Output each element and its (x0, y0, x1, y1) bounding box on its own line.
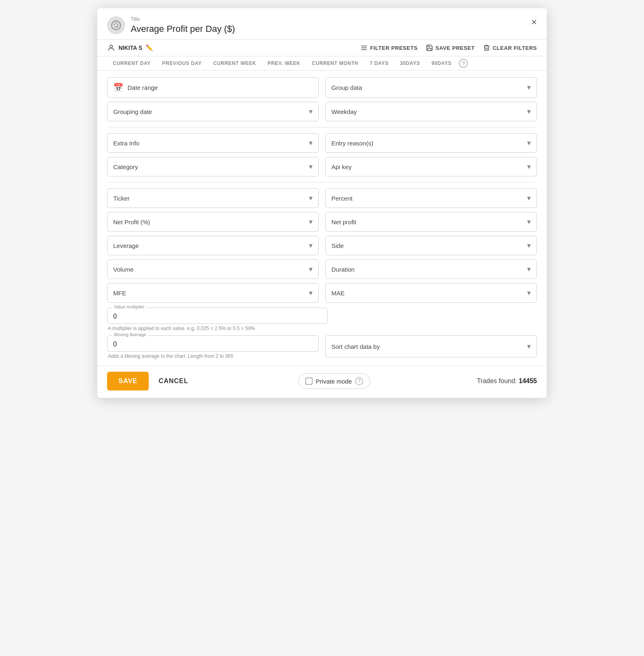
trade-row-4: Volume ▾ Duration ▾ (107, 259, 537, 279)
side-field[interactable]: Side ▾ (325, 236, 537, 255)
moving-average-section: Moving Average Adds a Moving average to … (107, 335, 319, 359)
group-data-label: Group data (331, 84, 527, 91)
save-button[interactable]: SAVE (107, 372, 149, 390)
sort-chart-label: Sort chart data by (331, 343, 527, 350)
mfe-label: MFE (113, 290, 309, 297)
trades-found: Trades found: 14455 (477, 377, 537, 385)
leverage-chevron-icon: ▾ (309, 241, 313, 250)
weekday-field[interactable]: Weekday ▾ (325, 102, 537, 121)
category-chevron-icon: ▾ (309, 162, 313, 171)
sort-chart-chevron-icon: ▾ (527, 342, 531, 351)
category-field[interactable]: Category ▾ (107, 157, 319, 176)
toolbar-left: NIKITA S ✏️ (107, 44, 153, 52)
tab-current-day[interactable]: CURRENT DAY (107, 56, 157, 70)
group-data-chevron-icon: ▾ (527, 83, 531, 92)
duration-field[interactable]: Duration ▾ (325, 259, 537, 279)
value-multiplier-input[interactable] (113, 311, 322, 320)
filter-tabs: CURRENT DAY PREVIOUS DAY CURRENT WEEK PR… (97, 56, 547, 71)
moving-average-input[interactable] (113, 339, 313, 348)
net-profit-pct-chevron-icon: ▾ (309, 217, 313, 226)
value-multiplier-input-wrapper: Value multiplier (107, 308, 328, 324)
trade-row-1: Ticker ▾ Percent ▾ (107, 188, 537, 208)
toolbar-user: NIKITA S (119, 45, 142, 51)
tab-current-week[interactable]: CURRENT WEEK (208, 56, 262, 70)
volume-label: Volume (113, 266, 309, 273)
side-label: Side (331, 242, 527, 249)
api-key-label: Api key (331, 163, 527, 170)
clear-filters-icon (483, 44, 490, 51)
svg-point-1 (114, 24, 115, 25)
modal-title-text: Average Profit per Day ($) (131, 24, 235, 34)
tab-previous-day[interactable]: PREVIOUS DAY (157, 56, 208, 70)
svg-point-3 (117, 24, 119, 25)
group-data-field[interactable]: Group data ▾ (325, 77, 537, 98)
leverage-field[interactable]: Leverage ▾ (107, 236, 319, 255)
extra-row-2: Category ▾ Api key ▾ (107, 157, 537, 176)
trades-count: 14455 (519, 377, 537, 384)
weekday-chevron-icon: ▾ (527, 107, 531, 116)
volume-chevron-icon: ▾ (309, 265, 313, 274)
mfe-chevron-icon: ▾ (309, 288, 313, 297)
filter-presets-button[interactable]: FILTER PRESETS (360, 44, 418, 51)
toolbar-right: FILTER PRESETS SAVE PRESET CLEAR FILTERS (360, 44, 537, 51)
api-key-chevron-icon: ▾ (527, 162, 531, 171)
net-profit-pct-label: Net Profit (%) (113, 219, 309, 225)
net-profit-field[interactable]: Net profit ▾ (325, 212, 537, 232)
date-range-label: Date range (127, 84, 313, 91)
trade-section: Ticker ▾ Percent ▾ Net Profit (%) ▾ Net … (107, 188, 537, 303)
extra-info-field[interactable]: Extra Info ▾ (107, 133, 319, 153)
filter-presets-icon (360, 44, 368, 51)
filter-tabs-help-icon[interactable]: ? (459, 59, 468, 68)
api-key-field[interactable]: Api key ▾ (325, 157, 537, 176)
toolbar: NIKITA S ✏️ FILTER PRESETS SAVE PRESET (97, 40, 547, 56)
mae-field[interactable]: MAE ▾ (325, 283, 537, 303)
tab-90days[interactable]: 90DAYS (426, 56, 457, 70)
duration-label: Duration (331, 266, 527, 273)
modal-title-section: Title Average Profit per Day ($) (131, 16, 235, 34)
tab-prev-week[interactable]: PREV. WEEK (262, 56, 306, 70)
trade-row-5: MFE ▾ MAE ▾ (107, 283, 537, 303)
private-mode-toggle[interactable]: Private mode ? (298, 373, 370, 389)
clear-filters-button[interactable]: CLEAR FILTERS (483, 44, 537, 51)
calendar-icon: 📅 (113, 83, 123, 92)
value-multiplier-hint: A multiplier is applied to each value, e… (107, 326, 537, 331)
close-button[interactable]: × (531, 17, 537, 27)
tab-current-month[interactable]: CURRENT MONTH (306, 56, 364, 70)
entry-reasons-label: Entry reason(s) (331, 140, 527, 147)
private-mode-help-icon[interactable]: ? (355, 377, 363, 385)
category-label: Category (113, 163, 309, 170)
trades-found-label: Trades found: (477, 377, 517, 384)
cancel-button[interactable]: CANCEL (155, 372, 191, 390)
net-profit-pct-field[interactable]: Net Profit (%) ▾ (107, 212, 319, 232)
percent-label: Percent (331, 195, 527, 202)
entry-reasons-field[interactable]: Entry reason(s) ▾ (325, 133, 537, 153)
ticker-label: Ticker (113, 195, 309, 202)
sort-chart-field[interactable]: Sort chart data by ▾ (325, 335, 537, 357)
sort-chart-section: Sort chart data by ▾ (325, 335, 537, 359)
modal-header-left: Title Average Profit per Day ($) (107, 16, 235, 34)
bottom-row: Moving Average Adds a Moving average to … (107, 335, 537, 359)
percent-chevron-icon: ▾ (527, 194, 531, 203)
save-preset-button[interactable]: SAVE PRESET (426, 44, 475, 51)
private-mode-checkbox[interactable] (305, 377, 313, 385)
date-range-field[interactable]: 📅 Date range (107, 77, 319, 98)
palette-icon (111, 20, 121, 31)
volume-field[interactable]: Volume ▾ (107, 259, 319, 279)
tab-7days[interactable]: 7 DAYS (364, 56, 394, 70)
value-multiplier-label: Value multiplier (112, 304, 146, 309)
percent-field[interactable]: Percent ▾ (325, 188, 537, 208)
user-icon (107, 44, 115, 52)
net-profit-chevron-icon: ▾ (527, 217, 531, 226)
private-mode-label: Private mode (316, 378, 352, 385)
side-chevron-icon: ▾ (527, 241, 531, 250)
mfe-field[interactable]: MFE ▾ (107, 283, 319, 303)
moving-average-input-wrapper: Moving Average (107, 335, 319, 352)
trade-row-3: Leverage ▾ Side ▾ (107, 236, 537, 255)
grouping-date-field[interactable]: Grouping date ▾ (107, 102, 319, 121)
tab-30days[interactable]: 30DAYS (394, 56, 426, 70)
edit-icon[interactable]: ✏️ (145, 44, 153, 51)
ticker-field[interactable]: Ticker ▾ (107, 188, 319, 208)
modal-footer: SAVE CANCEL Private mode ? Trades found:… (97, 366, 547, 398)
save-preset-icon (426, 44, 433, 51)
svg-point-5 (110, 45, 113, 48)
